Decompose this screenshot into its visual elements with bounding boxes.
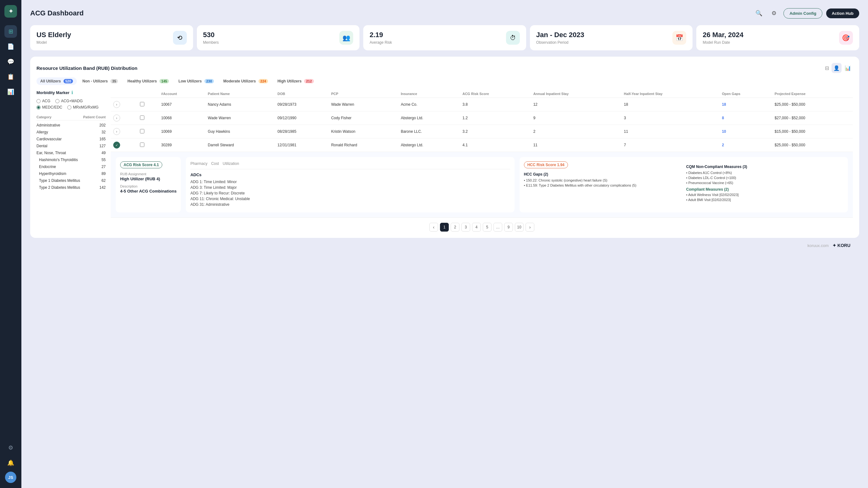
sidebar-item-notifications[interactable]: 🔔 [4, 457, 17, 469]
cell-open-gaps[interactable]: 10 [719, 125, 772, 139]
content-area: Resource Utilization Band (RUB) Distribu… [30, 57, 859, 238]
footer-website: koruux.com [808, 243, 829, 248]
adc-item: ADG 11: Chronic Medical: Unstable [190, 196, 510, 201]
list-item[interactable]: Administrative202 [36, 122, 106, 129]
view-table-button[interactable]: 👤 [832, 63, 842, 73]
list-item[interactable]: Type 2 Diabetes Mellitus142 [36, 184, 106, 191]
view-chart-button[interactable]: 📊 [843, 63, 853, 73]
cell-halfyear-ip: 18 [621, 98, 719, 111]
th-insurance[interactable]: Insurance [398, 90, 460, 98]
th-dob[interactable]: DOB [275, 90, 329, 98]
page-2-button[interactable]: 2 [451, 223, 460, 232]
search-button[interactable]: 🔍 [753, 7, 765, 19]
th-halfyear-ip[interactable]: Half-Year Inpatient Stay [621, 90, 719, 98]
sidebar-item-documents[interactable]: 📄 [4, 40, 17, 53]
th-open-gaps[interactable]: Open Gaps [719, 90, 772, 98]
cell-account: 10068 [159, 111, 205, 125]
radio-mrxmg[interactable]: MRxMG/RxMG [67, 105, 98, 110]
expand-button[interactable]: ✓ [113, 142, 120, 149]
sidebar-item-chat[interactable]: 💬 [4, 55, 17, 68]
tab-all-utilizers[interactable]: All Utilizers 520 [36, 78, 77, 85]
table-row: › 10069 Guy Hawkins 08/28/1985 Kristin W… [111, 125, 853, 139]
page-5-button[interactable]: 5 [483, 223, 492, 232]
th-annual-ip[interactable]: Annual Inpatient Stay [531, 90, 621, 98]
page-1-button[interactable]: 1 [440, 223, 449, 232]
th-account[interactable]: #Account [159, 90, 205, 98]
th-acg-risk[interactable]: ACG Risk Score [460, 90, 531, 98]
expand-button[interactable]: › [113, 115, 120, 121]
tab-non-utilizers[interactable]: Non - Utilizers 35 [79, 78, 122, 85]
tab-high-utilizers[interactable]: High Utilizers 212 [274, 78, 317, 85]
summary-cards: US Elderly Model ⟲ 530 Members 👥 2.19 Av… [30, 25, 859, 50]
cqm-item: • Diabetes A1C Control (<8%) [686, 171, 843, 175]
adcs-section: Pharmacy Cost Utilization ADCs ADG 1: Ti… [186, 157, 514, 212]
cell-open-gaps[interactable]: 18 [719, 98, 772, 111]
list-item[interactable]: Hashimoto's Thyroiditis55 [36, 156, 106, 163]
row-checkbox[interactable] [140, 143, 144, 147]
footer-logo: ✦ KORU [833, 243, 850, 248]
sub-tab-utilization[interactable]: Utilization [223, 161, 239, 167]
row-checkbox[interactable] [140, 129, 144, 133]
card-run-date: 26 Mar, 2024 Model Run Date 🎯 [696, 25, 859, 50]
cell-open-gaps[interactable]: 8 [719, 111, 772, 125]
avatar[interactable]: JS [5, 471, 17, 483]
page-4-button[interactable]: 4 [472, 223, 481, 232]
cell-halfyear-ip: 11 [621, 125, 719, 139]
sub-tab-cost[interactable]: Cost [211, 161, 219, 167]
cell-dob: 09/28/1973 [275, 98, 329, 111]
tab-healthy-utilizers[interactable]: Healthy Utilizers 145 [124, 78, 173, 85]
expand-button[interactable]: › [113, 128, 120, 135]
radio-acg[interactable]: ACG [36, 99, 50, 103]
settings-button[interactable]: ⚙ [768, 7, 780, 19]
list-item[interactable]: Endocrine27 [36, 163, 106, 170]
prev-page-button[interactable]: ‹ [429, 223, 438, 232]
action-hub-button[interactable]: Action Hub [826, 8, 859, 18]
header: ACG Dashboard 🔍 ⚙ Admin Config Action Hu… [30, 7, 859, 19]
cell-open-gaps[interactable]: 2 [719, 139, 772, 152]
list-item[interactable]: Dental127 [36, 143, 106, 149]
sidebar-item-analytics[interactable]: 📊 [4, 86, 17, 98]
th-name[interactable]: Patient Name [205, 90, 275, 98]
list-item[interactable]: Allergy32 [36, 129, 106, 135]
radio-row-2: MEDC/EDC MRxMG/RxMG [36, 105, 106, 110]
radio-medc-edc[interactable]: MEDC/EDC [36, 105, 62, 110]
footer: koruux.com ✦ KORU [30, 238, 859, 250]
compliant-title: Compliant Measures (2) [686, 187, 843, 192]
row-checkbox[interactable] [140, 116, 144, 120]
page-10-button[interactable]: 10 [515, 223, 524, 232]
sidebar-item-settings[interactable]: ⚙ [4, 441, 17, 454]
page-9-button[interactable]: 9 [504, 223, 513, 232]
row-checkbox[interactable] [140, 102, 144, 106]
filter-icon[interactable]: ⊟ [825, 65, 829, 71]
list-item[interactable]: Hyperthyroidism89 [36, 170, 106, 177]
cell-insurance: Barone LLC. [398, 125, 460, 139]
list-item[interactable]: Cardiovascular165 [36, 135, 106, 143]
th-projected[interactable]: Projected Expense [772, 90, 853, 98]
sidebar-item-dashboard[interactable]: ⊞ [4, 25, 17, 38]
card-members-value: 530 [203, 31, 219, 39]
cell-name: Guy Hawkins [205, 125, 275, 139]
left-panel: Morbidity Marker ℹ ACG ACG+MADG [36, 90, 106, 232]
page-3-button[interactable]: 3 [461, 223, 470, 232]
admin-config-button[interactable]: Admin Config [783, 8, 822, 19]
cell-dob: 12/31/1981 [275, 139, 329, 152]
next-page-button[interactable]: › [526, 223, 534, 232]
cell-insurance: Abstergo Ltd. [398, 139, 460, 152]
tab-low-utilizers[interactable]: Low Utilizers 230 [175, 78, 218, 85]
radio-acg-madg[interactable]: ACG+MADG [55, 99, 83, 103]
cell-projected: $15,000 - $50,000 [772, 125, 853, 139]
card-model-label: Model [36, 40, 71, 45]
cell-account: 30289 [159, 139, 205, 152]
sidebar-item-tasks[interactable]: 📋 [4, 70, 17, 83]
tab-moderate-utilizers[interactable]: Moderate Utilizers 224 [219, 78, 272, 85]
hcc-item: • 150.22: Chronic systolic (congestive) … [524, 178, 681, 182]
cell-annual-ip: 11 [531, 139, 621, 152]
desc-value: 4-5 Other ACG Combinations [120, 189, 177, 193]
rub-value: High Utilizer (RUB 4) [120, 177, 177, 181]
list-item[interactable]: Ear, Nose, Throat49 [36, 149, 106, 156]
expand-button[interactable]: › [113, 101, 120, 108]
sub-tab-pharmacy[interactable]: Pharmacy [190, 161, 207, 167]
section-title: Resource Utilization Band (RUB) Distribu… [36, 65, 137, 71]
list-item[interactable]: Type 1 Diabetes Mellitus62 [36, 177, 106, 184]
th-pcp[interactable]: PCP [329, 90, 398, 98]
